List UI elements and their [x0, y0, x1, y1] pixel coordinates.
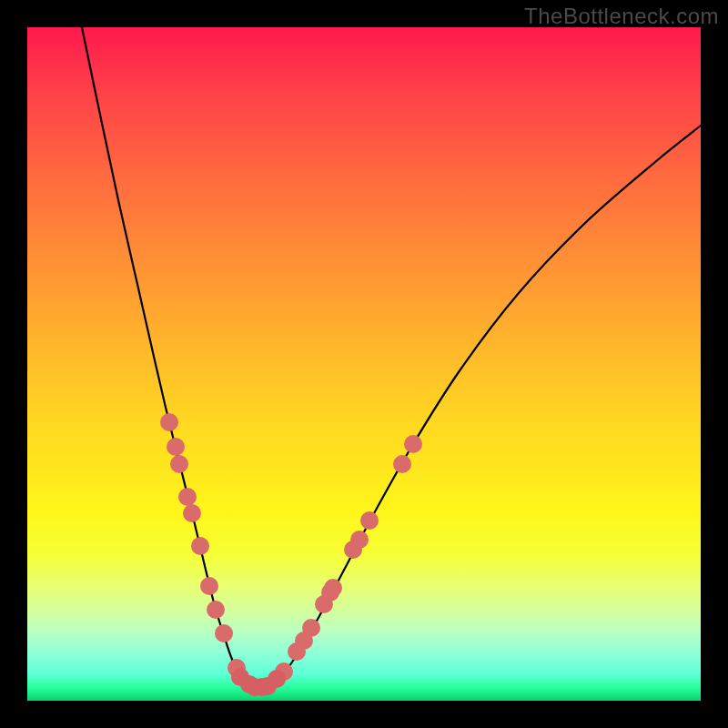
- data-marker: [170, 455, 188, 473]
- data-marker: [350, 531, 369, 549]
- data-marker: [191, 537, 209, 555]
- data-marker: [160, 413, 178, 431]
- data-marker: [215, 624, 233, 642]
- data-marker: [393, 455, 411, 473]
- data-marker: [268, 670, 286, 688]
- data-marker: [404, 435, 422, 453]
- data-marker: [302, 619, 320, 637]
- data-marker: [200, 577, 218, 595]
- data-marker: [167, 438, 185, 456]
- data-marker: [360, 511, 379, 530]
- plot-area: [27, 27, 701, 701]
- curve-svg: [27, 27, 701, 701]
- data-marker: [183, 504, 201, 522]
- marker-group: [160, 413, 422, 696]
- bottleneck-curve: [82, 27, 701, 689]
- data-marker: [321, 583, 339, 602]
- credit-label: TheBottleneck.com: [524, 4, 719, 29]
- chart-frame: TheBottleneck.com: [0, 0, 728, 728]
- data-marker: [207, 601, 225, 619]
- data-marker: [178, 488, 197, 506]
